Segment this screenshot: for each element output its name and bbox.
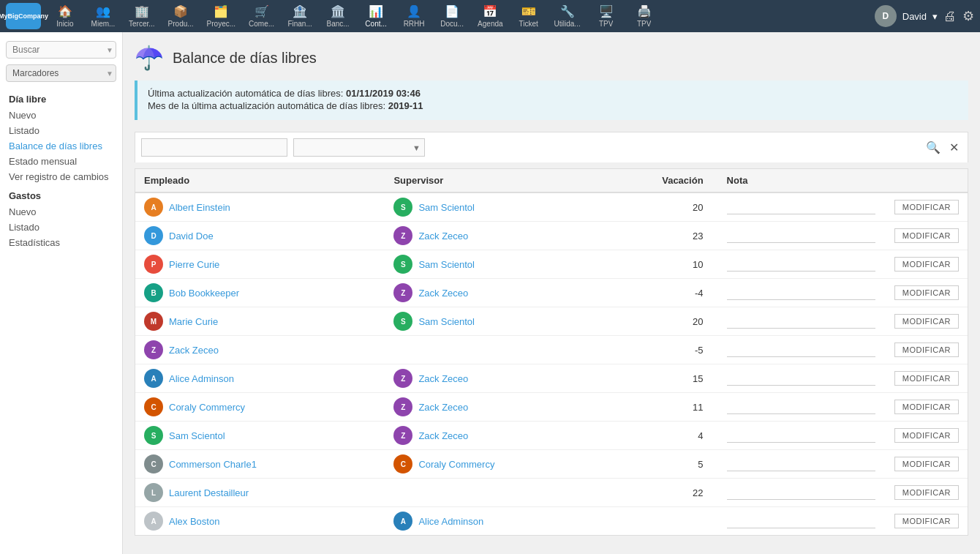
sidebar-item-estado[interactable]: Estado mensual (0, 154, 122, 169)
nav-item-rrhh[interactable]: 👤RRHH (396, 1, 432, 31)
filter-select[interactable] (293, 138, 425, 157)
employee-name[interactable]: David Doe (169, 231, 214, 242)
supervisor-name[interactable]: Zack Zeceo (418, 402, 468, 413)
nav-item-bancos[interactable]: 🏛️Banc... (320, 1, 356, 31)
nav-label-productos: Produ... (168, 20, 194, 28)
supervisor-name[interactable]: Alice Adminson (418, 516, 483, 527)
utilidades-icon: 🔧 (560, 4, 575, 18)
employee-avatar: C (144, 397, 163, 416)
nota-input[interactable] (727, 372, 876, 386)
sidebar-item-estadisticas[interactable]: Estadísticas (0, 235, 122, 250)
col-header-action (884, 169, 968, 192)
modificar-button[interactable]: MODIFICAR (894, 342, 959, 357)
vacation-cell-7: 15 (635, 364, 718, 393)
nota-input[interactable] (727, 229, 876, 243)
nav-item-ticket[interactable]: 🎫Ticket (510, 1, 547, 31)
print-icon[interactable]: 🖨 (943, 9, 957, 24)
modificar-button[interactable]: MODIFICAR (894, 457, 959, 471)
search-icon[interactable]: 🔍 (923, 139, 943, 156)
employee-name[interactable]: Marie Curie (169, 316, 218, 327)
employee-name[interactable]: Pierre Curie (169, 259, 219, 270)
supervisor-name[interactable]: Coraly Commercy (418, 459, 494, 470)
avatar[interactable]: D (875, 5, 897, 27)
nota-input[interactable] (727, 486, 876, 500)
modificar-button[interactable]: MODIFICAR (894, 514, 959, 528)
nota-input[interactable] (727, 286, 876, 300)
employee-name[interactable]: Coraly Commercy (169, 402, 245, 413)
action-cell-6: MODIFICAR (884, 336, 968, 364)
sidebar-item-listado2[interactable]: Listado (0, 220, 122, 235)
nota-input[interactable] (727, 343, 876, 357)
nav-item-contabilidad[interactable]: 📊Cont... (358, 1, 394, 31)
employee-name[interactable]: Alex Boston (169, 516, 219, 527)
nav-item-tpv2[interactable]: 🖨️TPV (626, 1, 663, 31)
nav-item-terceros[interactable]: 🏢Tercer... (123, 1, 161, 31)
modificar-button[interactable]: MODIFICAR (894, 400, 959, 414)
supervisor-avatar: C (393, 454, 412, 473)
supervisor-avatar: Z (393, 397, 412, 416)
action-cell-4: MODIFICAR (884, 279, 968, 307)
modificar-button[interactable]: MODIFICAR (894, 314, 959, 329)
supervisor-name[interactable]: Zack Zeceo (418, 231, 468, 242)
nav-item-finanzas[interactable]: 🏦Finan... (282, 1, 318, 31)
nav-item-documentos[interactable]: 📄Docu... (434, 1, 470, 31)
sidebar-item-listado1[interactable]: Listado (0, 123, 122, 138)
modificar-button[interactable]: MODIFICAR (894, 257, 959, 272)
table-row: M Marie Curie S Sam Scientol 20MODIFICAR (135, 307, 968, 336)
nav-item-agenda[interactable]: 📅Agenda (472, 1, 508, 31)
employee-name[interactable]: Zack Zeceo (169, 345, 219, 356)
modificar-button[interactable]: MODIFICAR (894, 485, 959, 500)
employee-name[interactable]: Commerson Charle1 (169, 459, 257, 470)
sidebar-item-nuevo2[interactable]: Nuevo (0, 204, 122, 220)
supervisor-name[interactable]: Zack Zeceo (418, 288, 468, 299)
modificar-button[interactable]: MODIFICAR (894, 200, 959, 214)
employee-name[interactable]: Albert Einstein (169, 202, 230, 213)
supervisor-cell-10: C Coraly Commercy (385, 450, 634, 479)
nav-item-utilidades[interactable]: 🔧Utilida... (549, 1, 587, 31)
nav-item-miembros[interactable]: 👥Miem... (85, 1, 121, 31)
employee-name[interactable]: Bob Bookkeeper (169, 288, 239, 299)
employee-name[interactable]: Sam Scientol (169, 430, 225, 441)
bookmarks-select[interactable]: Marcadores (6, 64, 116, 82)
sidebar-item-registro[interactable]: Ver registro de cambios (0, 169, 122, 184)
employee-name[interactable]: Alice Adminson (169, 373, 234, 384)
nav-item-comercial[interactable]: 🛒Come... (243, 1, 280, 31)
action-cell-9: MODIFICAR (884, 422, 968, 450)
nav-label-bancos: Banc... (327, 20, 350, 28)
settings-icon[interactable]: ⚙ (962, 8, 974, 24)
sidebar-item-nuevo1[interactable]: Nuevo (0, 108, 122, 123)
modificar-button[interactable]: MODIFICAR (894, 371, 959, 386)
nav-item-tpv1[interactable]: 🖥️TPV (588, 1, 625, 31)
vacation-cell-1: 20 (635, 192, 718, 222)
supervisor-name[interactable]: Zack Zeceo (418, 430, 468, 441)
documentos-icon: 📄 (445, 4, 459, 18)
employee-name[interactable]: Laurent Destailleur (169, 487, 249, 498)
nota-input[interactable] (727, 514, 876, 528)
supervisor-name[interactable]: Zack Zeceo (418, 373, 468, 384)
nota-input[interactable] (727, 429, 876, 443)
nav-item-proyectos[interactable]: 🗂️Proyec... (201, 1, 241, 31)
modificar-button[interactable]: MODIFICAR (894, 428, 959, 443)
nota-input[interactable] (727, 258, 876, 272)
user-menu[interactable]: David (902, 11, 927, 22)
supervisor-name[interactable]: Sam Scientol (418, 316, 475, 327)
sidebar-item-balance[interactable]: Balance de días libres (0, 138, 122, 154)
modificar-button[interactable]: MODIFICAR (894, 228, 959, 243)
supervisor-name[interactable]: Sam Scientol (418, 202, 475, 213)
nota-input[interactable] (727, 315, 876, 329)
nota-cell-9 (718, 422, 885, 450)
main-layout: ▼ Marcadores ▼ Día libreNuevoListadoBala… (0, 32, 980, 554)
nota-input[interactable] (727, 400, 876, 414)
modificar-button[interactable]: MODIFICAR (894, 285, 959, 300)
nav-item-productos[interactable]: 📦Produ... (162, 1, 200, 31)
filter-text-input[interactable] (141, 138, 287, 157)
nav-item-inicio[interactable]: 🏠Inicio (47, 1, 83, 31)
app-logo[interactable]: MyBig Company (6, 3, 41, 29)
supervisor-cell-2: Z Zack Zeceo (385, 222, 634, 250)
table-row: B Bob Bookkeeper Z Zack Zeceo -4MODIFICA… (135, 279, 968, 307)
nota-input[interactable] (727, 457, 876, 471)
clear-icon[interactable]: ✕ (946, 139, 962, 156)
search-input[interactable] (6, 41, 116, 59)
supervisor-name[interactable]: Sam Scientol (418, 259, 475, 270)
nota-input[interactable] (727, 201, 876, 214)
